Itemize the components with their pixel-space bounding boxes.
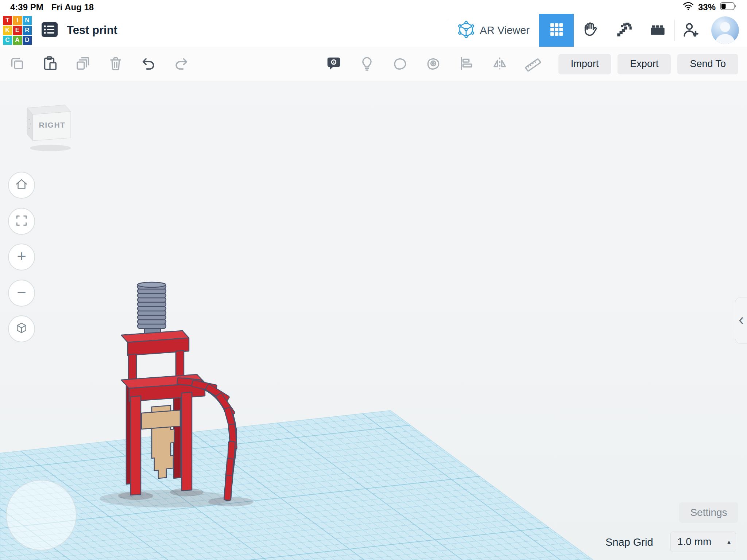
status-time: 4:39 PM: [10, 2, 43, 12]
status-date: Fri Aug 18: [51, 2, 94, 12]
orbit-joystick[interactable]: [6, 480, 77, 551]
hole-shape-button[interactable]: [422, 53, 445, 75]
duplicate-icon: [74, 55, 91, 73]
paste-button[interactable]: [39, 53, 61, 75]
ruler-icon: [525, 55, 541, 73]
snap-grid-label: Snap Grid: [605, 532, 653, 552]
export-button[interactable]: Export: [618, 54, 671, 74]
redo-icon: [173, 55, 190, 73]
header-right-cluster: AR Viewer: [447, 14, 747, 47]
app-header: T I N K E R C A D Test print: [0, 14, 747, 47]
solid-shape-icon: [392, 55, 409, 73]
view-cube[interactable]: RIGHT: [18, 99, 80, 155]
duplicate-button[interactable]: [71, 53, 94, 75]
collapse-chevron-icon: ‹: [739, 310, 744, 328]
redo-button[interactable]: [170, 53, 193, 75]
mirror-button[interactable]: [488, 53, 511, 75]
battery-icon: [720, 2, 737, 13]
light-button[interactable]: [356, 53, 378, 75]
design-title[interactable]: Test print: [67, 24, 117, 37]
copy-button[interactable]: [6, 53, 28, 75]
logo-tile: C: [3, 36, 12, 45]
brick-icon: [649, 20, 667, 40]
model-screw: [138, 282, 166, 335]
hole-shape-icon: [425, 55, 442, 73]
perspective-toggle-button[interactable]: [8, 315, 35, 342]
grid-view-icon: [548, 21, 565, 39]
undo-button[interactable]: [137, 53, 160, 75]
snap-grid-select[interactable]: 1.0 mm ▴: [670, 532, 736, 552]
settings-button[interactable]: Settings: [679, 502, 738, 523]
align-button[interactable]: [455, 53, 478, 75]
solid-shape-button[interactable]: [389, 53, 411, 75]
zoom-out-icon: −: [17, 284, 26, 300]
logo-tile: I: [13, 16, 22, 25]
logo-tile: A: [13, 36, 22, 45]
perspective-icon: [14, 320, 29, 337]
zoom-in-icon: +: [17, 248, 26, 264]
sculpt-hand-icon: [581, 20, 600, 40]
ar-viewer-label: AR Viewer: [480, 24, 530, 36]
sculpt-button[interactable]: [574, 14, 607, 47]
model-press[interactable]: [0, 0, 747, 560]
status-bar: 4:39 PM Fri Aug 18 33%: [0, 0, 747, 14]
undo-icon: [140, 55, 157, 73]
brick-button[interactable]: [641, 14, 674, 47]
caret-up-icon: ▴: [727, 538, 731, 546]
logo-tile: T: [3, 16, 12, 25]
import-button[interactable]: Import: [558, 54, 611, 74]
edit-toolbar: Import Export Send To: [0, 47, 747, 81]
grid-view-button[interactable]: [539, 14, 574, 47]
home-icon: [14, 177, 29, 194]
add-person-button[interactable]: [675, 14, 706, 47]
collapse-panel-tab[interactable]: ‹: [735, 297, 747, 344]
logo-tile: N: [23, 16, 32, 25]
copy-icon: [9, 55, 26, 73]
paste-icon: [42, 55, 58, 73]
zoom-out-button[interactable]: −: [8, 280, 35, 307]
io-group: Import Export Send To: [558, 47, 738, 81]
minecraft-button[interactable]: [607, 14, 641, 47]
comment-button[interactable]: [322, 53, 345, 75]
logo-tile: R: [23, 26, 32, 35]
align-icon: [458, 55, 475, 73]
bulb-icon: [359, 55, 375, 73]
avatar[interactable]: [711, 16, 739, 44]
edit-group: [6, 53, 203, 75]
comment-icon: [325, 55, 342, 73]
status-right: 33%: [683, 2, 737, 13]
logo-tile: D: [23, 36, 32, 45]
logo-tile: E: [13, 26, 22, 35]
send-to-button[interactable]: Send To: [677, 54, 738, 74]
mirror-icon: [491, 55, 508, 73]
add-person-icon: [681, 20, 700, 40]
view-cube-label: RIGHT: [39, 121, 66, 129]
ruler-button[interactable]: [522, 53, 544, 75]
logo-tile: K: [3, 26, 12, 35]
tool-group: [322, 47, 555, 81]
fit-view-icon: [14, 213, 29, 230]
tinkercad-app: { "status_bar": { "time": "4:39 PM", "da…: [0, 0, 747, 560]
ar-viewer-button[interactable]: AR Viewer: [447, 14, 539, 47]
design-properties-icon: [41, 22, 58, 39]
home-view-button[interactable]: [8, 172, 35, 199]
ar-cube-icon: [457, 20, 476, 40]
battery-percent: 33%: [698, 2, 716, 12]
trash-icon: [107, 55, 124, 73]
design-properties-button[interactable]: [41, 22, 58, 39]
wifi-icon: [683, 2, 694, 13]
zoom-in-button[interactable]: +: [8, 244, 35, 271]
fit-view-button[interactable]: [8, 208, 35, 235]
pickaxe-icon: [615, 20, 633, 40]
delete-button[interactable]: [104, 53, 127, 75]
snap-grid-value: 1.0 mm: [677, 536, 711, 548]
tinkercad-logo[interactable]: T I N K E R C A D: [3, 16, 32, 45]
